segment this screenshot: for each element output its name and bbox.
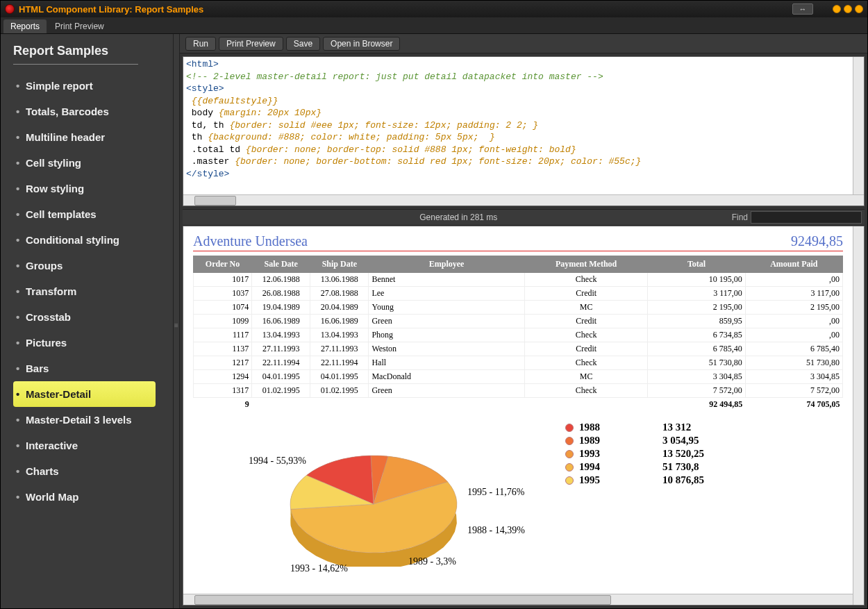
sidebar-title: Report Samples bbox=[13, 44, 138, 65]
pie-slice-label: 1994 - 55,93% bbox=[249, 456, 306, 467]
report-table: Order NoSale DateShip DateEmployeePaymen… bbox=[193, 256, 843, 411]
table-row: 113727.11.199327.11.1993WestonCredit6 78… bbox=[194, 342, 843, 356]
sidebar-item-totals-barcodes[interactable]: Totals, Barcodes bbox=[13, 99, 156, 124]
splitter[interactable] bbox=[173, 34, 180, 608]
find-input[interactable] bbox=[751, 211, 862, 224]
code-editor[interactable]: <html><!-- 2-level master-detail report:… bbox=[183, 56, 865, 206]
sidebar-item-interactive[interactable]: Interactive bbox=[13, 433, 156, 458]
app-icon bbox=[5, 4, 15, 14]
legend-item: 199510 876,85 bbox=[565, 474, 843, 487]
tab-reports[interactable]: Reports bbox=[3, 19, 47, 33]
sidebar-item-simple-report[interactable]: Simple report bbox=[13, 73, 156, 99]
preview-scrollbar-vertical[interactable] bbox=[853, 226, 864, 605]
col-amount-paid: Amount Paid bbox=[745, 256, 842, 273]
close-button[interactable] bbox=[855, 5, 863, 13]
find-label: Find bbox=[732, 212, 748, 222]
main-tabbar: ReportsPrint Preview bbox=[1, 17, 867, 34]
sidebar-item-transform[interactable]: Transform bbox=[13, 278, 156, 304]
sidebar-item-pictures[interactable]: Pictures bbox=[13, 330, 156, 356]
table-row: 103726.08.198827.08.1988LeeCredit3 117,0… bbox=[194, 287, 843, 301]
table-row: 131701.02.199501.02.1995GreenCheck7 572,… bbox=[194, 384, 843, 398]
print-preview-button[interactable]: Print Preview bbox=[219, 37, 283, 51]
table-row: 129404.01.199504.01.1995MacDonaldMC3 304… bbox=[194, 370, 843, 384]
sidebar-item-cell-templates[interactable]: Cell templates bbox=[13, 201, 156, 227]
pie-slice-label: 1988 - 14,39% bbox=[467, 525, 525, 536]
sidebar: Report Samples Simple reportTotals, Barc… bbox=[1, 34, 173, 608]
sidebar-item-groups[interactable]: Groups bbox=[13, 253, 156, 278]
sidebar-item-crosstab[interactable]: Crosstab bbox=[13, 304, 156, 330]
pie-slice-label: 1995 - 11,76% bbox=[467, 487, 524, 498]
titlebar: HTML Component Library: Report Samples ↔ bbox=[1, 1, 867, 17]
window-title: HTML Component Library: Report Samples bbox=[19, 4, 203, 15]
sidebar-item-conditional-styling[interactable]: Conditional styling bbox=[13, 227, 156, 253]
main-pane: Run Print Preview Save Open in Browser <… bbox=[180, 34, 867, 608]
chart-legend: 198813 31219893 054,95199313 520,2519945… bbox=[565, 421, 843, 567]
toolbar: Run Print Preview Save Open in Browser bbox=[180, 34, 867, 53]
master-name: Adventure Undersea bbox=[193, 233, 308, 249]
pie-slice-label: 1993 - 14,62% bbox=[290, 563, 348, 574]
run-button[interactable]: Run bbox=[185, 37, 216, 51]
pie-slice-label: 1989 - 3,3% bbox=[408, 556, 456, 567]
table-row: 109916.06.198916.06.1989GreenCredit859,9… bbox=[194, 315, 843, 328]
master-header: Adventure Undersea 92494,85 bbox=[193, 233, 843, 251]
code-scrollbar-horizontal[interactable] bbox=[183, 194, 864, 206]
col-payment-method: Payment Method bbox=[524, 256, 648, 273]
code-scrollbar-vertical[interactable] bbox=[853, 57, 864, 194]
sidebar-item-bars[interactable]: Bars bbox=[13, 356, 156, 381]
col-ship-date: Ship Date bbox=[310, 256, 369, 273]
sidebar-item-master-detail[interactable]: Master-Detail bbox=[13, 381, 156, 407]
col-employee: Employee bbox=[369, 256, 524, 273]
legend-item: 199451 730,8 bbox=[565, 460, 843, 474]
sidebar-item-multiline-header[interactable]: Multiline header bbox=[13, 124, 156, 150]
maximize-button[interactable] bbox=[844, 5, 852, 13]
save-button[interactable]: Save bbox=[286, 37, 320, 51]
pie-chart: 1994 - 55,93%1995 - 11,76%1988 - 14,39%1… bbox=[193, 421, 565, 567]
table-row: 111713.04.199313.04.1993PhongCheck6 734,… bbox=[194, 328, 843, 342]
table-row: 121722.11.199422.11.1994HallCheck51 730,… bbox=[194, 356, 843, 370]
preview-scrollbar-horizontal[interactable] bbox=[183, 594, 853, 605]
legend-item: 19893 054,95 bbox=[565, 434, 843, 447]
table-row: 101712.06.198813.06.1988BennetCheck10 19… bbox=[194, 273, 843, 287]
status-generated: Generated in 281 ms bbox=[185, 212, 732, 222]
tab-print-preview[interactable]: Print Preview bbox=[48, 19, 111, 33]
table-row: 107419.04.198920.04.1989YoungMC2 195,002… bbox=[194, 301, 843, 315]
master-total: 92494,85 bbox=[791, 233, 843, 249]
open-in-browser-button[interactable]: Open in Browser bbox=[323, 37, 400, 51]
legend-item: 199313 520,25 bbox=[565, 447, 843, 460]
titlebar-extra-button[interactable]: ↔ bbox=[792, 3, 813, 15]
legend-item: 198813 312 bbox=[565, 421, 843, 434]
col-order-no: Order No bbox=[194, 256, 252, 273]
status-bar: Generated in 281 ms Find bbox=[183, 209, 865, 226]
col-total: Total bbox=[648, 256, 745, 273]
sidebar-item-row-styling[interactable]: Row styling bbox=[13, 176, 156, 201]
col-sale-date: Sale Date bbox=[252, 256, 310, 273]
app-window: HTML Component Library: Report Samples ↔… bbox=[0, 0, 868, 609]
sidebar-item-world-map[interactable]: World Map bbox=[13, 484, 156, 510]
sidebar-item-cell-styling[interactable]: Cell styling bbox=[13, 150, 156, 176]
preview-pane: Adventure Undersea 92494,85 Order NoSale… bbox=[183, 226, 865, 606]
minimize-button[interactable] bbox=[833, 5, 841, 13]
sidebar-item-master-detail-3-levels[interactable]: Master-Detail 3 levels bbox=[13, 407, 156, 433]
sidebar-item-charts[interactable]: Charts bbox=[13, 458, 156, 484]
